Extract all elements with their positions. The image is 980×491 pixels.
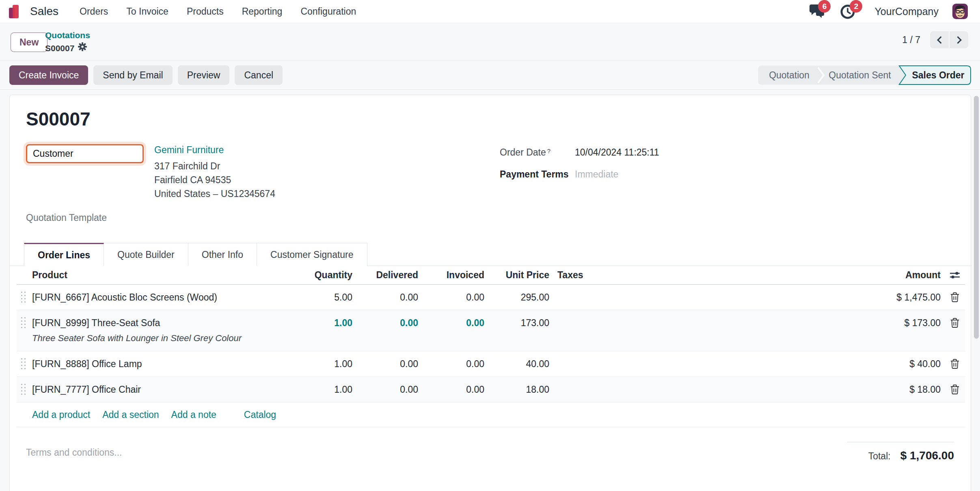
table-footer-links: Add a product Add a section Add a note C… [17, 402, 965, 427]
product-cell[interactable]: [FURN_7777] Office Chair [27, 384, 285, 395]
product-cell[interactable]: [FURN_8888] Office Lamp [27, 359, 285, 370]
company-switcher[interactable]: YourCompany [874, 6, 939, 17]
next-record-button[interactable] [950, 31, 968, 48]
amount-options-icon[interactable] [945, 270, 965, 281]
delivered-cell[interactable]: 0.00 [354, 292, 420, 303]
delete-row-icon[interactable] [945, 292, 965, 303]
customer-field[interactable]: Customer [26, 144, 144, 163]
unit-price-cell[interactable]: 173.00 [486, 318, 551, 329]
record-pager: 1 / 7 [902, 31, 968, 48]
invoiced-cell[interactable]: 0.00 [420, 384, 486, 395]
tab-customer-signature[interactable]: Customer Signature [257, 243, 367, 266]
total-label: Total: [868, 451, 891, 462]
menu-reporting[interactable]: Reporting [242, 6, 283, 17]
invoiced-cell[interactable]: 0.00 [420, 318, 486, 329]
drag-handle-icon[interactable] [17, 358, 27, 370]
col-delivered[interactable]: Delivered [354, 270, 420, 281]
invoiced-cell[interactable]: 0.00 [420, 292, 486, 303]
top-navbar: Sales Orders To Invoice Products Reporti… [0, 0, 980, 23]
prev-record-button[interactable] [930, 31, 949, 48]
order-lines-table: Product Quantity Delivered Invoiced Unit… [17, 266, 965, 427]
quantity-cell[interactable]: 1.00 [285, 384, 354, 395]
menu-orders[interactable]: Orders [80, 6, 108, 17]
delivered-cell[interactable]: 0.00 [354, 384, 420, 395]
app-name[interactable]: Sales [30, 5, 58, 18]
activities-icon[interactable]: 2 [840, 3, 857, 19]
table-header-row: Product Quantity Delivered Invoiced Unit… [17, 266, 965, 285]
drag-handle-icon[interactable] [17, 384, 27, 396]
amount-cell: $ 18.00 [624, 384, 945, 395]
total-block: Total: $ 1,706.00 [847, 442, 954, 462]
add-product-link[interactable]: Add a product [32, 409, 90, 420]
order-date-value[interactable]: 10/04/2024 11:25:11 [575, 147, 659, 158]
address-country: United States – US12345674 [154, 187, 275, 201]
delivered-cell[interactable]: 0.00 [354, 318, 420, 329]
create-invoice-button[interactable]: Create Invoice [9, 65, 88, 85]
pager-count[interactable]: 1 / 7 [902, 35, 920, 45]
tab-order-lines[interactable]: Order Lines [24, 243, 104, 266]
col-unit-price[interactable]: Unit Price [486, 270, 551, 281]
send-by-email-button[interactable]: Send by Email [93, 65, 172, 85]
settings-gear-icon[interactable] [78, 42, 87, 55]
unit-price-cell[interactable]: 18.00 [486, 384, 551, 395]
quantity-cell[interactable]: 1.00 [285, 318, 354, 329]
customer-link[interactable]: Gemini Furniture [154, 145, 275, 156]
col-invoiced[interactable]: Invoiced [420, 270, 486, 281]
vertical-scrollbar[interactable] [974, 96, 979, 339]
messages-icon[interactable]: 6 [808, 3, 826, 19]
action-buttons-row: Create Invoice Send by Email Preview Can… [0, 61, 980, 90]
delete-row-icon[interactable] [945, 384, 965, 395]
col-quantity[interactable]: Quantity [285, 270, 354, 281]
order-title: S00007 [26, 108, 91, 130]
terms-placeholder[interactable]: Terms and conditions... [26, 447, 122, 458]
col-taxes[interactable]: Taxes [551, 270, 624, 281]
status-step-quotation-sent: Quotation Sent [829, 70, 891, 80]
add-section-link[interactable]: Add a section [102, 409, 159, 420]
col-amount[interactable]: Amount [624, 270, 945, 281]
new-button[interactable]: New [11, 32, 47, 52]
preview-button[interactable]: Preview [178, 65, 230, 85]
table-row[interactable]: [FURN_8999] Three-Seat Sofa 1.00 0.00 0.… [17, 310, 965, 351]
activities-badge: 2 [850, 0, 862, 13]
drag-handle-icon[interactable] [17, 317, 27, 329]
quantity-cell[interactable]: 5.00 [285, 292, 354, 303]
sales-app-icon[interactable] [9, 4, 24, 19]
cancel-button[interactable]: Cancel [235, 65, 283, 85]
unit-price-cell[interactable]: 40.00 [486, 359, 551, 370]
form-sheet: S00007 Customer Gemini Furniture 317 Fai… [9, 95, 971, 491]
delete-row-icon[interactable] [945, 359, 965, 369]
address-city: Fairfield CA 94535 [154, 173, 275, 187]
add-note-link[interactable]: Add a note [171, 409, 216, 420]
product-cell[interactable]: [FURN_6667] Acoustic Bloc Screens (Wood) [27, 292, 285, 303]
table-row[interactable]: [FURN_8888] Office Lamp 1.00 0.00 0.00 4… [17, 351, 965, 377]
delivered-cell[interactable]: 0.00 [354, 359, 420, 370]
quotation-template-label[interactable]: Quotation Template [26, 212, 107, 223]
control-panel-breadcrumbs: New Quotations S00007 1 / 7 [0, 23, 980, 61]
chevron-right-icon [954, 36, 961, 43]
quantity-cell[interactable]: 1.00 [285, 359, 354, 370]
amount-cell: $ 173.00 [624, 318, 945, 329]
status-bar[interactable]: Quotation Quotation Sent Sales Order [758, 65, 971, 85]
delete-row-icon[interactable] [945, 318, 965, 328]
product-cell[interactable]: [FURN_8999] Three-Seat Sofa [27, 318, 285, 329]
status-step-sales-order: Sales Order [912, 70, 964, 80]
breadcrumb: Quotations S00007 [45, 29, 90, 55]
chevron-left-icon [937, 36, 944, 43]
breadcrumb-quotations[interactable]: Quotations [45, 29, 90, 42]
product-description: Three Seater Sofa with Lounger in Steel … [17, 333, 965, 351]
tab-quote-builder[interactable]: Quote Builder [104, 243, 188, 266]
tab-other-info[interactable]: Other Info [188, 243, 257, 266]
table-row[interactable]: [FURN_6667] Acoustic Bloc Screens (Wood)… [17, 285, 965, 310]
menu-configuration[interactable]: Configuration [300, 6, 356, 17]
menu-to-invoice[interactable]: To Invoice [126, 6, 168, 17]
drag-handle-icon[interactable] [17, 292, 27, 303]
menu-products[interactable]: Products [187, 6, 224, 17]
col-product[interactable]: Product [27, 270, 285, 281]
unit-price-cell[interactable]: 295.00 [486, 292, 551, 303]
user-avatar[interactable] [952, 4, 968, 19]
order-date-label: Order Date [500, 147, 546, 158]
table-row[interactable]: [FURN_7777] Office Chair 1.00 0.00 0.00 … [17, 377, 965, 402]
invoiced-cell[interactable]: 0.00 [420, 359, 486, 370]
catalog-link[interactable]: Catalog [244, 409, 276, 420]
payment-terms-value[interactable]: Immediate [575, 169, 618, 180]
